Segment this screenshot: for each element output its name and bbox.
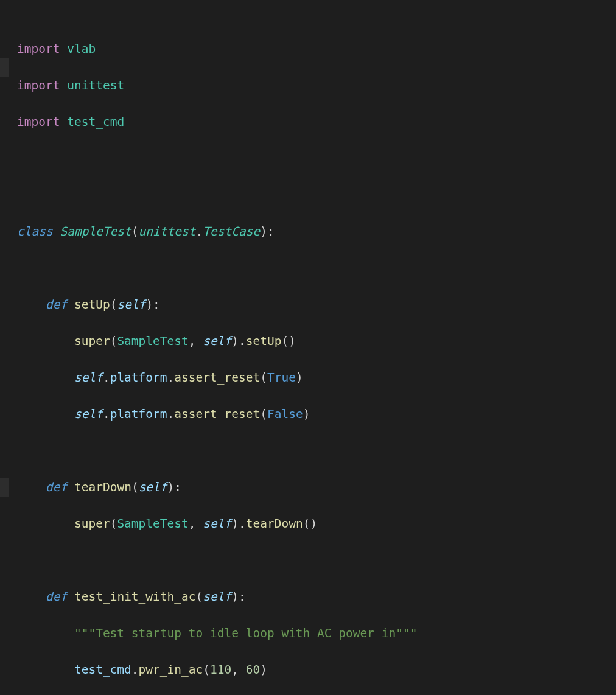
code-line: def tearDown(self): bbox=[17, 478, 616, 497]
code-line: super(SampleTest, self).tearDown() bbox=[17, 515, 616, 533]
code-line: test_cmd.pwr_in_ac(110, 60) bbox=[17, 661, 616, 679]
gutter bbox=[0, 4, 9, 695]
code-line bbox=[17, 186, 616, 204]
code-line: import unittest bbox=[17, 77, 616, 95]
code-line: import vlab bbox=[17, 40, 616, 58]
code-line: import test_cmd bbox=[17, 113, 616, 131]
code-line: super(SampleTest, self).setUp() bbox=[17, 332, 616, 351]
gutter-blank-mark bbox=[0, 58, 9, 77]
code-line: def setUp(self): bbox=[17, 296, 616, 314]
code-line bbox=[17, 551, 616, 570]
code-line bbox=[17, 442, 616, 460]
code-editor[interactable]: import vlab import unittest import test_… bbox=[0, 0, 616, 695]
code-line bbox=[17, 150, 616, 168]
code-line: def test_init_with_ac(self): bbox=[17, 588, 616, 606]
code-line: """Test startup to idle loop with AC pow… bbox=[17, 624, 616, 643]
code-line: self.platform.assert_reset(False) bbox=[17, 405, 616, 424]
code-line bbox=[17, 259, 616, 278]
gutter-current-line-mark bbox=[0, 478, 9, 497]
code-line: class SampleTest(unittest.TestCase): bbox=[17, 223, 616, 241]
code-line: self.platform.assert_reset(True) bbox=[17, 369, 616, 387]
